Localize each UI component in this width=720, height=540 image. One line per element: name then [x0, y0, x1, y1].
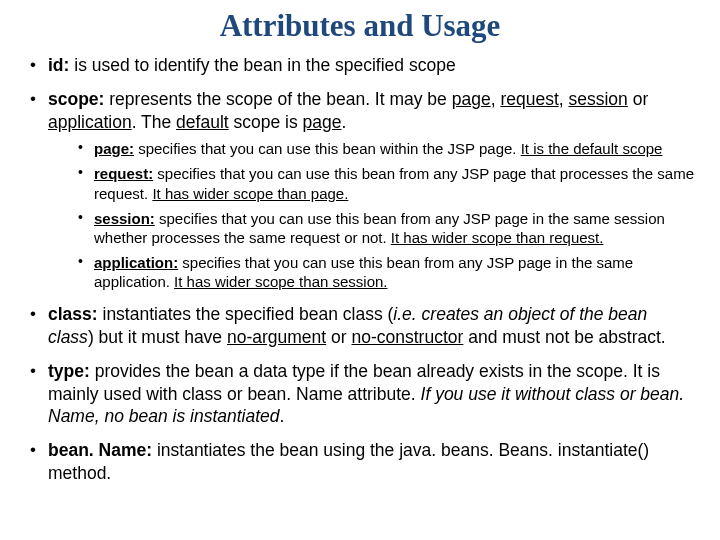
sub-label: request:: [94, 165, 153, 182]
attr-text: and must not be abstract.: [463, 327, 665, 347]
term-application: application: [48, 112, 132, 132]
attr-label: class:: [48, 304, 98, 324]
term-noconstructor: no-constructor: [352, 327, 464, 347]
attr-text: or: [326, 327, 351, 347]
attr-text: .: [280, 406, 285, 426]
attr-text: scope is: [229, 112, 303, 132]
term-page-default: page: [303, 112, 342, 132]
list-item: class: instantiates the specified bean c…: [30, 303, 696, 348]
sub-label: session:: [94, 210, 155, 227]
sub-note: It has wider scope than page.: [152, 185, 348, 202]
attr-text: or: [628, 89, 648, 109]
list-item: request: specifies that you can use this…: [78, 164, 696, 202]
sub-label: application:: [94, 254, 178, 271]
sub-note: It has wider scope than request.: [391, 229, 604, 246]
sub-text: specifies that you can use this bean wit…: [134, 140, 521, 157]
attribute-list: id: is used to identify the bean in the …: [24, 54, 696, 484]
attr-label: bean. Name:: [48, 440, 152, 460]
list-item: type: provides the bean a data type if t…: [30, 360, 696, 427]
list-item: scope: represents the scope of the bean.…: [30, 88, 696, 291]
term-noarg: no-argument: [227, 327, 326, 347]
attr-text: ) but it must have: [88, 327, 227, 347]
list-item: page: specifies that you can use this be…: [78, 139, 696, 158]
list-item: bean. Name: instantiates the bean using …: [30, 439, 696, 484]
term-default: default: [176, 112, 229, 132]
sub-note: It is the default scope: [521, 140, 663, 157]
term-request: request: [500, 89, 558, 109]
scope-sublist: page: specifies that you can use this be…: [48, 139, 696, 291]
attr-text: is used to identify the bean in the spec…: [69, 55, 455, 75]
attr-label: scope:: [48, 89, 104, 109]
sub-note: It has wider scope than session.: [174, 273, 387, 290]
term-page: page: [452, 89, 491, 109]
sub-label: page:: [94, 140, 134, 157]
list-item: application: specifies that you can use …: [78, 253, 696, 291]
attr-label: type:: [48, 361, 90, 381]
attr-text: . The: [132, 112, 176, 132]
attr-label: id:: [48, 55, 69, 75]
list-item: id: is used to identify the bean in the …: [30, 54, 696, 76]
attr-text: instantiates the specified bean class (: [98, 304, 394, 324]
page-title: Attributes and Usage: [24, 8, 696, 44]
attr-text: .: [342, 112, 347, 132]
term-session: session: [568, 89, 627, 109]
list-item: session: specifies that you can use this…: [78, 209, 696, 247]
attr-text: represents the scope of the bean. It may…: [104, 89, 451, 109]
